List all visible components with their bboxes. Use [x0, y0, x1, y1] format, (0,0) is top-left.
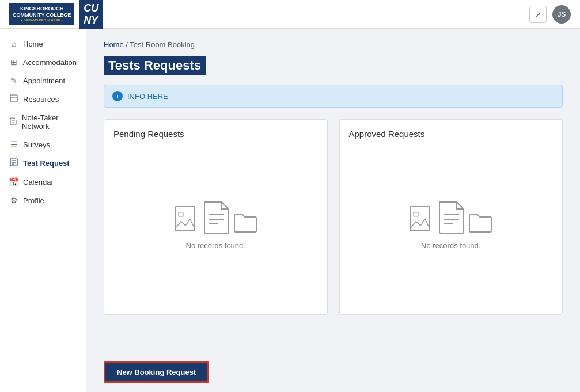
sidebar-label-note-taker-network: Note-Taker Network: [22, 113, 77, 131]
accommodation-icon: ⊞: [9, 58, 18, 67]
home-icon: ⌂: [9, 39, 18, 48]
sidebar-label-test-request: Test Request: [23, 159, 70, 168]
main-layout: ⌂ Home ⊞ Accommodation ✎ Appointment Res…: [0, 29, 580, 392]
pending-empty-state: No records found.: [113, 146, 318, 305]
external-link-button[interactable]: ↗: [529, 6, 547, 23]
page-title: Tests Requests: [104, 56, 206, 75]
dreams-tagline: • DREAMS BEGIN HERE •: [13, 18, 71, 22]
resources-icon: [9, 94, 18, 104]
sidebar-item-calendar[interactable]: 📅 Calendar: [0, 173, 86, 191]
header-actions: ↗ JS: [529, 5, 571, 24]
approved-empty-state: No records found.: [349, 146, 554, 305]
sidebar-item-test-request[interactable]: Test Request: [0, 154, 86, 173]
breadcrumb: Home / Test Room Booking: [104, 40, 563, 49]
profile-icon: ⚙: [9, 196, 18, 205]
svg-rect-8: [175, 207, 195, 231]
approved-requests-title: Approved Requests: [349, 129, 554, 139]
svg-rect-9: [179, 212, 183, 216]
breadcrumb-current: Test Room Booking: [130, 40, 195, 49]
breadcrumb-home[interactable]: Home: [104, 40, 124, 49]
note-taker-icon: [9, 117, 17, 127]
sidebar-label-appointment: Appointment: [23, 77, 65, 85]
sidebar-label-calendar: Calendar: [23, 178, 54, 187]
approved-no-records: No records found.: [421, 241, 480, 250]
kingsborough-logo: KINGSBOROUGHCOMMUNITY COLLEGE • DREAMS B…: [9, 3, 74, 25]
image-file-icon: [174, 205, 200, 234]
sidebar-item-profile[interactable]: ⚙ Profile: [0, 191, 86, 210]
info-banner-text: INFO HERE: [127, 92, 168, 101]
pending-empty-icons: [174, 201, 257, 234]
sidebar-item-appointment[interactable]: ✎ Appointment: [0, 71, 86, 90]
sidebar-item-accommodation[interactable]: ⊞ Accommodation: [0, 53, 86, 71]
folder-icon: [233, 210, 257, 234]
test-request-icon: [9, 158, 18, 168]
appointment-icon: ✎: [9, 76, 18, 85]
approved-empty-icons: [409, 201, 492, 234]
logo-area: KINGSBOROUGHCOMMUNITY COLLEGE • DREAMS B…: [9, 0, 103, 29]
header: KINGSBOROUGHCOMMUNITY COLLEGE • DREAMS B…: [0, 0, 580, 29]
image-file-icon-2: [409, 205, 435, 234]
approved-requests-card: Approved Requests: [339, 119, 563, 315]
new-booking-button[interactable]: New Booking Request: [104, 361, 209, 383]
external-link-icon: ↗: [534, 10, 541, 19]
sidebar-item-home[interactable]: ⌂ Home: [0, 35, 86, 53]
pending-requests-title: Pending Requests: [113, 129, 318, 139]
svg-rect-13: [410, 207, 430, 231]
info-icon: i: [112, 91, 123, 101]
sidebar-label-resources: Resources: [23, 95, 59, 104]
pending-no-records: No records found.: [186, 241, 245, 250]
folder-icon-2: [468, 210, 492, 234]
sidebar-label-surveys: Surveys: [23, 140, 50, 149]
pending-requests-card: Pending Requests: [104, 119, 328, 315]
sidebar: ⌂ Home ⊞ Accommodation ✎ Appointment Res…: [0, 29, 86, 392]
surveys-icon: ☰: [9, 140, 18, 149]
sidebar-item-note-taker-network[interactable]: Note-Taker Network: [0, 109, 86, 135]
user-avatar-button[interactable]: JS: [552, 5, 571, 24]
document-file-icon-2: [437, 201, 466, 234]
content-area: Home / Test Room Booking Tests Requests …: [86, 29, 580, 352]
bottom-bar: New Booking Request: [86, 352, 580, 392]
calendar-icon: 📅: [9, 177, 18, 187]
requests-grid: Pending Requests: [104, 119, 563, 315]
sidebar-label-accommodation: Accommodation: [23, 58, 77, 67]
svg-rect-0: [10, 95, 17, 102]
svg-rect-14: [414, 212, 418, 216]
sidebar-label-home: Home: [23, 40, 43, 48]
document-file-icon: [202, 201, 231, 234]
sidebar-item-surveys[interactable]: ☰ Surveys: [0, 135, 86, 154]
sidebar-item-resources[interactable]: Resources: [0, 90, 86, 109]
info-banner: i INFO HERE: [104, 85, 563, 108]
cuny-logo: CUNY: [79, 0, 103, 29]
sidebar-label-profile: Profile: [23, 196, 44, 205]
